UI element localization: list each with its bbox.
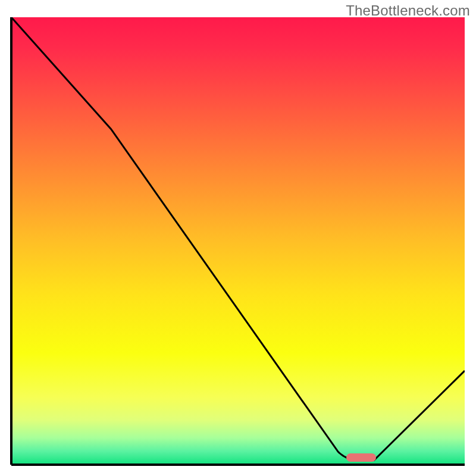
plot-area [11, 17, 465, 465]
optimum-marker [346, 453, 376, 462]
chart-frame: TheBottleneck.com [0, 0, 476, 476]
plot-svg [11, 17, 465, 465]
gradient-background [11, 17, 465, 465]
watermark-label: TheBottleneck.com [346, 2, 470, 19]
